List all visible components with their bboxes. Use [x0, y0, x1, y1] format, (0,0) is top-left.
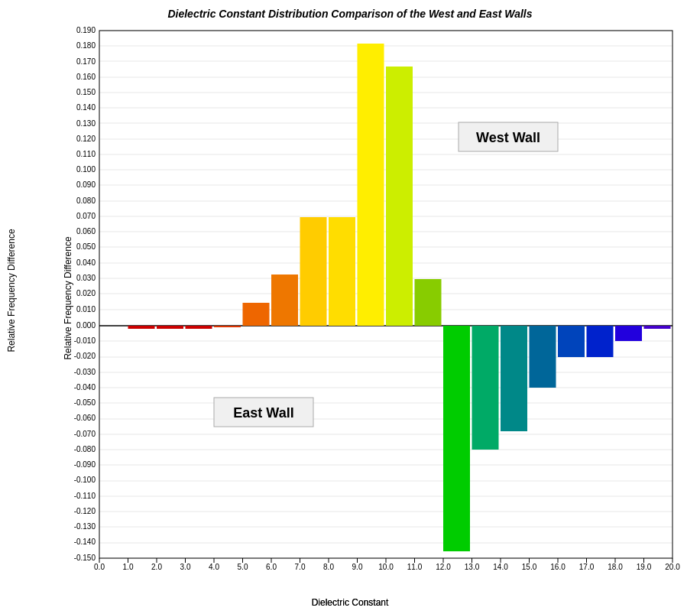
svg-text:9.0: 9.0 — [352, 563, 363, 571]
svg-text:-0.020: -0.020 — [74, 352, 96, 360]
svg-text:8.0: 8.0 — [323, 563, 334, 571]
svg-text:0.110: 0.110 — [76, 150, 96, 158]
svg-text:0.120: 0.120 — [76, 135, 96, 143]
svg-text:20.0: 20.0 — [665, 563, 680, 571]
bar-17 — [587, 326, 614, 357]
svg-text:-0.100: -0.100 — [74, 476, 96, 484]
svg-text:12.0: 12.0 — [436, 563, 451, 571]
svg-text:-0.090: -0.090 — [74, 460, 96, 469]
bar-3 — [186, 326, 212, 329]
bar-9 — [358, 44, 384, 326]
svg-text:-0.150: -0.150 — [74, 554, 96, 562]
svg-text:2.0: 2.0 — [151, 563, 162, 571]
bar-5 — [243, 303, 270, 326]
bar-12 — [443, 326, 470, 551]
svg-text:4.0: 4.0 — [209, 563, 219, 571]
bar-11 — [415, 279, 442, 326]
svg-text:0.100: 0.100 — [76, 165, 96, 174]
svg-text:0.160: 0.160 — [76, 73, 96, 81]
svg-text:-0.130: -0.130 — [74, 522, 96, 531]
bar-18 — [615, 326, 642, 341]
chart-container: Dielectric Constant Distribution Compari… — [0, 0, 700, 614]
svg-text:11.0: 11.0 — [407, 563, 423, 571]
svg-text:-0.140: -0.140 — [74, 538, 96, 546]
svg-text:-0.050: -0.050 — [74, 398, 96, 407]
svg-text:3.0: 3.0 — [180, 563, 191, 571]
svg-text:0.030: 0.030 — [76, 274, 96, 282]
y-axis-label: Relative Frequency Difference — [6, 229, 17, 352]
svg-text:0.150: 0.150 — [76, 88, 96, 96]
bar-2 — [157, 326, 183, 329]
svg-text:0.070: 0.070 — [76, 212, 96, 220]
bar-19 — [644, 326, 671, 329]
bar-7 — [300, 217, 327, 326]
svg-text:-0.060: -0.060 — [74, 414, 96, 422]
east-wall-label: East Wall — [233, 405, 293, 421]
svg-text:-0.110: -0.110 — [74, 492, 96, 500]
svg-text:7.0: 7.0 — [295, 563, 306, 571]
x-axis-label: Dielectric Constant — [312, 597, 389, 608]
svg-text:0.040: 0.040 — [76, 258, 96, 267]
bar-15 — [530, 326, 556, 388]
svg-text:16.0: 16.0 — [550, 563, 566, 571]
svg-text:0.020: 0.020 — [76, 289, 96, 297]
svg-text:10.0: 10.0 — [378, 563, 394, 571]
bar-16 — [558, 326, 585, 357]
svg-text:0.060: 0.060 — [76, 227, 96, 236]
svg-text:6.0: 6.0 — [266, 563, 277, 571]
svg-text:13.0: 13.0 — [465, 563, 480, 571]
x-axis-tick-marks — [99, 558, 672, 563]
chart-title: Dielectric Constant Distribution Compari… — [0, 0, 700, 24]
svg-text:-0.070: -0.070 — [74, 430, 96, 438]
svg-text:0.180: 0.180 — [76, 41, 96, 50]
svg-text:15.0: 15.0 — [522, 563, 537, 571]
west-wall-label: West Wall — [476, 130, 540, 145]
svg-text:-0.080: -0.080 — [74, 445, 96, 453]
svg-text:0.170: 0.170 — [76, 57, 96, 66]
bar-13 — [472, 326, 499, 450]
svg-text:-0.030: -0.030 — [74, 368, 96, 376]
svg-text:-0.120: -0.120 — [74, 507, 96, 515]
bar-1 — [128, 326, 155, 329]
svg-text:0.010: 0.010 — [76, 305, 96, 313]
bar-8 — [329, 217, 355, 326]
chart-svg: 0.190 0.180 0.170 0.160 0.150 0.140 0.13… — [53, 23, 685, 581]
svg-text:19.0: 19.0 — [637, 563, 652, 571]
bar-10 — [386, 67, 413, 326]
svg-text:0.190: 0.190 — [76, 26, 96, 34]
bar-14 — [501, 326, 527, 431]
svg-text:0.0: 0.0 — [94, 563, 105, 571]
bar-6 — [271, 275, 298, 326]
svg-text:17.0: 17.0 — [579, 563, 595, 571]
svg-text:0.080: 0.080 — [76, 197, 96, 205]
x-axis-ticks: 0.0 1.0 2.0 3.0 4.0 5.0 6.0 7.0 8.0 9.0 … — [94, 563, 680, 571]
svg-text:0.140: 0.140 — [76, 103, 96, 112]
svg-text:5.0: 5.0 — [238, 563, 248, 571]
svg-text:0.050: 0.050 — [76, 242, 96, 251]
svg-text:18.0: 18.0 — [608, 563, 623, 571]
svg-text:0.090: 0.090 — [76, 180, 96, 189]
svg-text:-0.010: -0.010 — [74, 336, 96, 345]
svg-text:0.000: 0.000 — [76, 321, 96, 330]
svg-text:0.130: 0.130 — [76, 119, 96, 128]
svg-text:14.0: 14.0 — [493, 563, 508, 571]
y-axis-ticks: 0.190 0.180 0.170 0.160 0.150 0.140 0.13… — [74, 26, 96, 562]
svg-text:-0.040: -0.040 — [74, 383, 96, 391]
svg-text:1.0: 1.0 — [123, 563, 134, 571]
bar-4 — [214, 326, 241, 327]
